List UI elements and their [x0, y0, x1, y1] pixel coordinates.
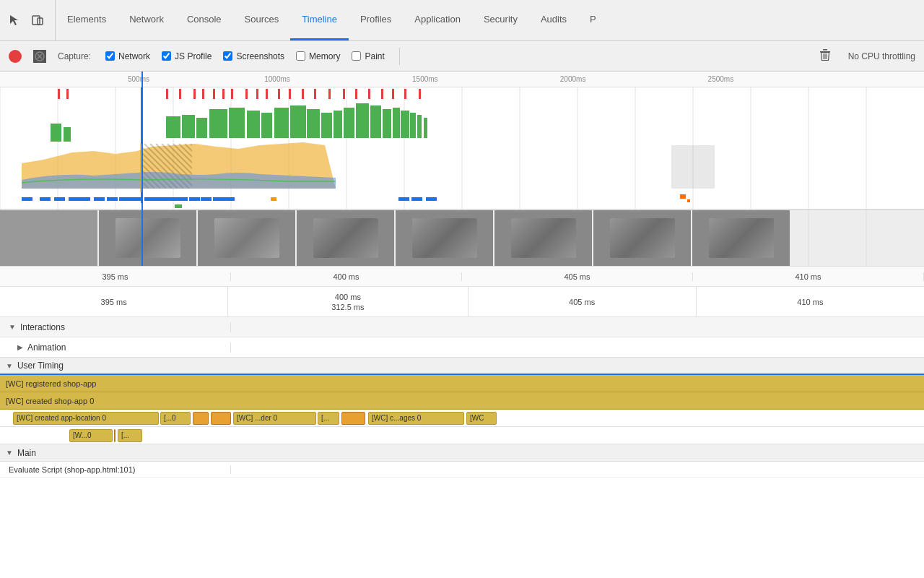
clear-button[interactable] — [819, 48, 831, 64]
time-marker-395: 395 ms — [0, 272, 231, 281]
paint-label: Paint — [365, 51, 384, 61]
network-checkbox[interactable] — [105, 51, 115, 61]
time-cell-395b: 395 ms — [0, 287, 228, 316]
interactions-section-header: ▼ Interactions — [0, 317, 924, 337]
wc-ellipsis-bar[interactable]: [... — [318, 412, 339, 425]
wc-ages-bar[interactable]: [WC] c...ages 0 — [368, 412, 464, 425]
tab-console[interactable]: Console — [175, 0, 233, 40]
timeline-overview[interactable]: 500ms 1000ms 1500ms 2000ms 2500ms — [0, 72, 924, 267]
wc-registered-row[interactable]: [WC] registered shop-app — [0, 375, 924, 392]
wc-ages-label: [WC] c...ages 0 — [372, 414, 421, 422]
wc-bar-2-label: [...0 — [164, 414, 176, 422]
tab-audits[interactable]: Audits — [529, 0, 578, 40]
screenshots-strip — [0, 209, 924, 267]
wc-last-label: [WC — [470, 414, 484, 422]
screenshot-thumb — [494, 210, 592, 267]
network-label: Network — [118, 51, 150, 61]
user-timing-expand-arrow[interactable]: ▼ — [6, 362, 13, 370]
animation-expand-arrow[interactable]: ▶ — [17, 343, 23, 351]
screenshots-checkbox[interactable] — [223, 51, 232, 61]
memory-capture-group: Memory — [296, 51, 340, 61]
interactions-content — [231, 317, 924, 337]
svg-rect-0 — [32, 16, 40, 25]
cursor-icon[interactable] — [6, 12, 23, 29]
user-timing-label: User Timing — [17, 361, 64, 371]
memory-checkbox[interactable] — [296, 51, 305, 61]
interactions-label: Interactions — [20, 322, 65, 332]
animation-row: ▶ Animation — [0, 337, 924, 358]
wc-orange-2[interactable] — [211, 412, 231, 425]
paint-capture-group: Paint — [352, 51, 384, 61]
time-ruler: 500ms 1000ms 1500ms 2000ms 2500ms — [0, 72, 924, 87]
svg-rect-6 — [823, 49, 827, 51]
tab-security[interactable]: Security — [472, 0, 529, 40]
wc-orange-1[interactable] — [193, 412, 209, 425]
record-button[interactable] — [9, 50, 22, 63]
tab-timeline[interactable]: Timeline — [290, 0, 349, 40]
capture-label: Capture: — [58, 51, 91, 61]
evaluate-script-label: Evaluate Script (shop-app.html:101) — [0, 465, 231, 474]
wc-ellipsis-label: [... — [321, 414, 329, 422]
tab-more[interactable]: P — [578, 0, 608, 40]
main-section-header: ▼ Main — [0, 444, 924, 462]
wc-created-label: [WC] created shop-app 0 — [6, 397, 94, 405]
main-expand-arrow[interactable]: ▼ — [6, 449, 13, 457]
interactions-expand-arrow[interactable]: ▼ — [9, 323, 16, 331]
jsprofile-checkbox[interactable] — [162, 51, 171, 61]
wc-registered-label: [WC] registered shop-app — [6, 379, 96, 388]
time-marker-405: 405 ms — [462, 272, 693, 281]
screenshots-label: Screenshots — [236, 51, 284, 61]
wc-dot-label: [... — [121, 431, 129, 439]
wc-w0-bar[interactable]: [W...0 — [69, 429, 113, 442]
ruler-tick-1000: 1000ms — [264, 75, 290, 83]
tab-network[interactable]: Network — [118, 0, 175, 40]
toolbar-icons — [6, 0, 56, 40]
separator — [399, 48, 400, 65]
screenshot-thumb — [593, 210, 691, 267]
wc-last-bar[interactable]: [WC — [466, 412, 497, 425]
screenshot-thumb — [692, 210, 790, 267]
wc-created-row[interactable]: [WC] created shop-app 0 — [0, 392, 924, 410]
wc-app-location-bar[interactable]: [WC] created app-location 0 — [13, 412, 159, 425]
paint-checkbox[interactable] — [352, 51, 361, 61]
jsprofile-label: JS Profile — [175, 51, 212, 61]
ruler-tick-2000: 2000ms — [560, 75, 586, 83]
tab-sources[interactable]: Sources — [233, 0, 291, 40]
wc-thin-orange[interactable] — [114, 429, 116, 442]
main-label: Main — [17, 448, 36, 458]
animation-label-cell: ▶ Animation — [0, 342, 231, 353]
device-toggle-icon[interactable] — [29, 12, 46, 29]
ruler-tick-500: 500ms — [128, 75, 149, 83]
time-400-label: 400 ms — [335, 293, 361, 301]
wc-dot-bar[interactable]: [... — [118, 429, 142, 442]
tab-elements[interactable]: Elements — [56, 0, 118, 40]
tab-application[interactable]: Application — [403, 0, 472, 40]
animation-content — [231, 337, 924, 357]
tab-profiles[interactable]: Profiles — [349, 0, 403, 40]
screenshot-thumb — [297, 210, 394, 267]
time-cell-410b: 410 ms — [697, 287, 924, 316]
detail-panel[interactable]: 395 ms 400 ms 405 ms 410 ms 395 ms 400 m… — [0, 267, 924, 578]
screenshot-thumb — [198, 210, 295, 267]
time-markers-row-1: 395 ms 400 ms 405 ms 410 ms — [0, 267, 924, 287]
ruler-tick-2500: 2500ms — [708, 75, 734, 83]
screenshot-thumb — [0, 210, 97, 267]
wc-orange-3[interactable] — [341, 412, 365, 425]
jsprofile-capture-group: JS Profile — [162, 51, 212, 61]
wc-der-bar[interactable]: [WC] ...der 0 — [233, 412, 316, 425]
user-timing-header: ▼ User Timing — [0, 358, 924, 375]
wc-app-location-label: [WC] created app-location 0 — [17, 414, 106, 422]
wc-w0-label: [W...0 — [73, 431, 92, 439]
throttle-label: No CPU throttling — [848, 51, 915, 61]
capture-bar: Capture: Network JS Profile Screenshots … — [0, 41, 924, 72]
stop-button[interactable] — [33, 50, 46, 63]
interactions-label-cell: ▼ Interactions — [0, 322, 231, 332]
network-capture-group: Network — [105, 51, 150, 61]
wc-subbars-row: [WC] created app-location 0 [...0 [WC] .… — [0, 410, 924, 427]
wc-bar-2[interactable]: [...0 — [160, 412, 191, 425]
time-markers-row-2: 395 ms 400 ms 312.5 ms 405 ms 410 ms — [0, 287, 924, 317]
time-cell-405b: 405 ms — [468, 287, 697, 316]
screenshot-thumb — [396, 210, 493, 267]
screenshots-capture-group: Screenshots — [223, 51, 284, 61]
time-marker-400: 400 ms — [231, 272, 462, 281]
